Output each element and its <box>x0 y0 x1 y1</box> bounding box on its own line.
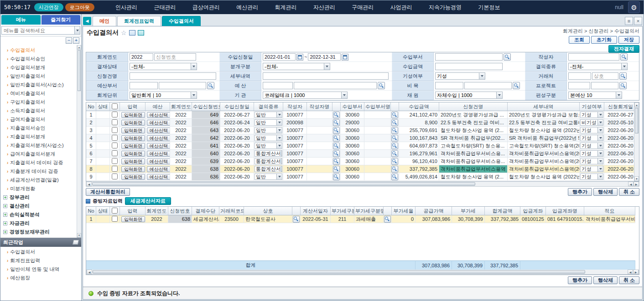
search-button[interactable] <box>333 135 340 142</box>
cancel-button[interactable]: 취 소 <box>619 276 639 284</box>
expense-item-search-button[interactable] <box>513 82 520 89</box>
sidebar-group[interactable]: 경영정보재무관리 <box>2 228 76 236</box>
add-row-button[interactable]: 행추가 <box>568 188 592 196</box>
expand-plus-icon[interactable] <box>3 213 7 217</box>
giseong-select[interactable]: 기성 <box>580 127 603 133</box>
collapse-all-button[interactable]: − <box>66 37 72 44</box>
search-button[interactable] <box>391 173 398 180</box>
giseong-select[interactable]: 기성 <box>580 143 603 149</box>
input-screen-button[interactable]: 입력화면 <box>121 135 145 141</box>
giseong-select[interactable]: 기성 <box>580 150 603 157</box>
row-checkbox[interactable] <box>112 135 118 141</box>
add-row-button[interactable]: 행추가 <box>568 276 592 284</box>
income-dept-input[interactable] <box>435 53 503 61</box>
document-tab[interactable]: 수입결의서 <box>162 16 201 26</box>
row-checkbox[interactable] <box>112 216 118 222</box>
topbar-menu-item[interactable]: 구매관리 <box>352 4 374 11</box>
sidebar-group[interactable]: 결산관리 <box>2 202 76 210</box>
table-row[interactable]: 6입력화면예산선택20226402022-06-20통합계산서100077300… <box>86 150 634 158</box>
row-checkbox[interactable] <box>112 158 118 164</box>
giseong-select[interactable]: 기성 <box>580 173 603 180</box>
row-checkbox[interactable] <box>112 173 118 179</box>
sidebar-item[interactable]: ›여비지출결의서 <box>2 89 76 98</box>
decision-type-select[interactable]: 일반 <box>254 143 282 149</box>
document-tab[interactable]: 회계전표입력 <box>117 16 161 26</box>
approval-status-select[interactable]: -전체- <box>130 63 197 70</box>
scroll-up-icon[interactable]: ▲ <box>634 102 639 107</box>
writer-search-button[interactable] <box>620 53 628 61</box>
expand-plus-icon[interactable] <box>3 195 7 199</box>
recent-work-item[interactable]: ›회계전표입력 <box>2 256 80 265</box>
budget-select-button[interactable]: 예산선택 <box>147 166 170 172</box>
search-button[interactable] <box>333 150 340 157</box>
giseong-select[interactable]: 기성 <box>580 166 603 172</box>
search-button[interactable] <box>391 135 398 142</box>
sidebar-item[interactable]: ›급여지출결의서분개 <box>2 150 76 158</box>
input-screen-button[interactable]: 입력화면 <box>121 120 145 126</box>
fiscal-year-input[interactable] <box>130 53 153 61</box>
sidebar-item[interactable]: ›미분개현황 <box>2 184 76 193</box>
table-row[interactable]: 5입력화면예산선택20226412022-06-20일반100077300606… <box>86 142 634 150</box>
recent-work-item[interactable]: ›예산원장 <box>2 274 80 282</box>
select-all-checkbox[interactable] <box>112 103 118 109</box>
journal-type-select[interactable]: -전체- <box>263 63 330 70</box>
table-row[interactable]: 7입력화면예산선택20226392022-06-20통합계산서100077300… <box>86 158 634 165</box>
sidebar-group[interactable]: 장부관리 <box>2 193 76 202</box>
budget-code-input[interactable] <box>263 82 293 89</box>
sidebar-item[interactable]: ›급여지출결의서 <box>2 115 76 124</box>
vendor-search-button[interactable] <box>619 72 627 80</box>
settings-button[interactable]: ⚙ <box>628 1 640 13</box>
logout-button[interactable]: 로그아웃 <box>65 3 94 11</box>
topbar-menu-item[interactable]: 자산관리 <box>313 4 335 11</box>
sidebar-item[interactable]: ›구입지출결의서 <box>2 98 76 107</box>
project-name-input[interactable] <box>591 82 618 89</box>
search-button[interactable] <box>333 127 340 134</box>
calendar-icon[interactable] <box>296 54 303 61</box>
expand-all-button[interactable]: + <box>73 37 79 44</box>
table-row[interactable]: 4입력화면예산선택20226422022-06-20일반100077300601… <box>86 134 634 142</box>
decision-type-select[interactable]: 일반 <box>254 119 282 126</box>
topbar-menu-item[interactable]: 기본정보 <box>478 4 500 11</box>
search-dropdown-button[interactable] <box>74 26 80 35</box>
input-screen-button[interactable]: 입력화면 <box>121 158 145 164</box>
search-button[interactable] <box>293 216 300 223</box>
request-no-input[interactable] <box>154 53 196 61</box>
giseong-select[interactable]: 기성 <box>435 72 485 80</box>
table-row[interactable]: 1입력화면2022638세금계산서/...23500한국철도공사2022-05-… <box>86 215 635 223</box>
scrollbar-thumb[interactable] <box>92 182 475 186</box>
income-date-from-input[interactable] <box>263 53 296 61</box>
expand-plus-icon[interactable] <box>3 204 7 208</box>
search-button[interactable] <box>333 112 340 118</box>
budget-select-button[interactable]: 예산선택 <box>147 135 170 141</box>
budget-select-button[interactable]: 예산선택 <box>147 174 170 180</box>
budget-select-button[interactable]: 예산선택 <box>147 151 170 157</box>
delete-row-button[interactable]: 행삭제 <box>593 188 618 196</box>
topbar-menu-item[interactable]: 예산관리 <box>236 4 258 11</box>
topbar-menu-item[interactable]: 지속가능경영 <box>429 4 462 11</box>
search-button[interactable] <box>333 166 340 173</box>
budget-search-button[interactable] <box>378 82 385 89</box>
search-button[interactable] <box>333 158 340 165</box>
menu-search-input[interactable] <box>1 26 74 35</box>
table-row[interactable]: 3입력화면예산선택20226432022-06-20일반100077300602… <box>86 127 634 134</box>
scrollbar-thumb[interactable] <box>93 270 585 274</box>
recent-work-item[interactable]: ›일반이체 연동 및 내역 <box>2 265 80 274</box>
search-button[interactable] <box>333 143 340 149</box>
table-row[interactable]: 1입력화면예산선택20226492022-06-27일반100077300602… <box>86 111 634 119</box>
tab-list-button[interactable]: ≡ <box>625 17 633 25</box>
extend-time-button[interactable]: 시간연장 <box>34 3 63 11</box>
decision-type-select[interactable]: 일반 <box>254 173 282 180</box>
select-all-checkbox[interactable] <box>112 208 118 214</box>
tax-invoice-button[interactable]: 세금계산서자료 <box>125 197 171 205</box>
input-screen-button[interactable]: 입력화면 <box>121 143 145 149</box>
delete-row-button[interactable]: 행삭제 <box>593 276 618 284</box>
scroll-left-icon[interactable]: ◀ <box>87 270 92 274</box>
expense-item-name-input[interactable] <box>464 82 512 89</box>
table-row[interactable]: 8입력화면예산선택20226382022-06-20통합계산서100077300… <box>86 165 634 173</box>
search-button[interactable] <box>333 119 340 126</box>
topbar-menu-item[interactable]: 회계관리 <box>275 4 297 11</box>
scroll-down-icon[interactable]: ▼ <box>77 233 81 238</box>
sidebar-item[interactable]: ›수입결의서 <box>2 46 76 55</box>
sidebar-item[interactable]: ›일반지출결의서(사업소) <box>2 81 76 89</box>
expand-plus-icon[interactable] <box>3 230 7 234</box>
